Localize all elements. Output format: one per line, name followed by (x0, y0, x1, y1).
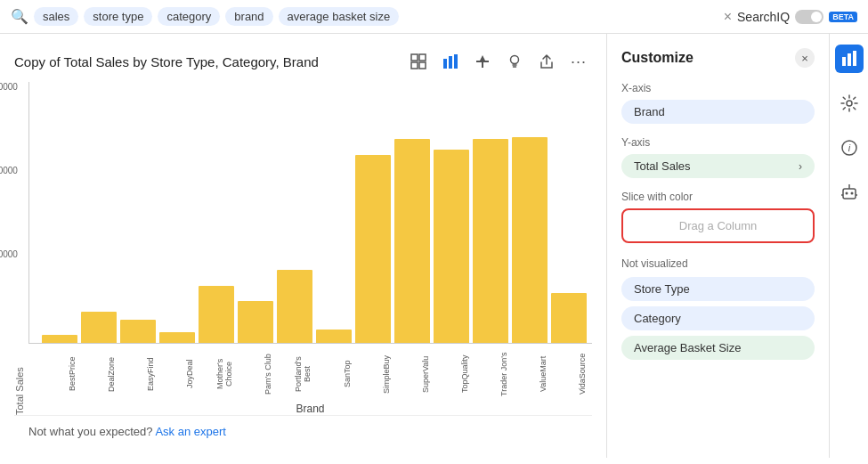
chart-actions: ··· (405, 48, 592, 75)
x-label-bestprice: BestPrice (41, 347, 77, 401)
x-label-joydeal: JoyDeal (158, 347, 194, 401)
lightbulb-button[interactable] (501, 48, 528, 75)
svg-rect-10 (853, 51, 856, 66)
svg-text:i: i (848, 142, 850, 153)
feedback-text: Not what you expected? (28, 425, 152, 438)
y-tick-3: 2500000 (0, 249, 18, 259)
x-label-simplebuy: SimpleBuy (355, 347, 391, 401)
bar-topquality (434, 150, 469, 343)
not-viz-category[interactable]: Category (621, 306, 815, 330)
share-icon (539, 53, 555, 69)
bar-dealzone (81, 312, 117, 343)
bar-simplebuy (355, 155, 391, 343)
search-bar: 🔍 sales store type category brand averag… (0, 0, 868, 34)
not-viz-basket-size[interactable]: Average Basket Size (621, 336, 815, 360)
svg-point-11 (847, 101, 852, 106)
y-axis-value-pill[interactable]: Total Sales › (621, 154, 815, 178)
tag-brand[interactable]: brand (225, 7, 272, 26)
tag-store-type[interactable]: store type (84, 7, 152, 26)
chart-container: Total Sales 7500000 5000000 2500000 0 Be… (14, 82, 592, 415)
bars-group (37, 82, 592, 343)
svg-rect-8 (842, 57, 846, 66)
y-tick-2: 5000000 (0, 166, 18, 175)
svg-point-18 (848, 184, 850, 186)
not-visualized-label: Not visualized (621, 257, 815, 270)
svg-rect-6 (454, 54, 458, 69)
x-axis-title: Brand (28, 403, 592, 415)
main-layout: Copy of Total Sales by Store Type, Categ… (0, 34, 868, 458)
tag-category[interactable]: category (158, 7, 220, 26)
more-icon: ··· (571, 53, 587, 71)
search-clear-button[interactable]: × (724, 9, 732, 25)
x-label-mother-s-choice: Mother's Choice (198, 347, 233, 401)
bar-easyfind (120, 320, 156, 343)
x-label-easyfind: EasyFind (119, 347, 155, 401)
customize-panel: Customize × X-axis Brand Y-axis Total Sa… (606, 34, 829, 458)
y-tick-1: 7500000 (0, 82, 18, 92)
svg-rect-14 (843, 189, 856, 199)
chart-inner: 7500000 5000000 2500000 0 BestPriceDealZ… (28, 82, 592, 415)
bar-pam-s-club (238, 301, 273, 343)
pin-button[interactable] (469, 48, 496, 75)
svg-rect-5 (449, 56, 452, 69)
bar-chart-icon (442, 53, 458, 69)
bar-supervalu (394, 139, 430, 343)
x-label-trader-jon-s: Trader Jon's (473, 347, 508, 401)
chart-area: Copy of Total Sales by Store Type, Categ… (0, 34, 606, 458)
close-customize-button[interactable]: × (795, 48, 815, 68)
settings-gear-icon (840, 94, 858, 112)
x-axis-label: X-axis (621, 82, 815, 94)
x-label-portland-s-best: Portland's Best (276, 347, 312, 401)
info-circle-icon: i (840, 139, 858, 157)
info-panel-icon[interactable]: i (835, 134, 864, 162)
x-label-vidasource: VidaSource (551, 347, 587, 401)
bar-chart-sidebar-icon (840, 50, 858, 68)
svg-point-16 (850, 192, 853, 195)
x-axis-section: X-axis Brand (621, 82, 815, 124)
chart-title: Copy of Total Sales by Store Type, Categ… (14, 54, 319, 69)
feedback-bar: Not what you expected? Ask an expert (14, 415, 592, 447)
y-tick-4: 0 (0, 333, 18, 343)
settings-panel-icon[interactable] (835, 89, 864, 118)
beta-badge: BETA (829, 12, 857, 22)
drag-column-box[interactable]: Drag a Column (621, 208, 815, 243)
x-axis-value-pill[interactable]: Brand (621, 100, 815, 124)
not-visualized-section: Not visualized Store Type Category Avera… (621, 257, 815, 360)
x-label-valuemart: ValueMart (512, 347, 548, 401)
bar-valuemart (512, 137, 548, 343)
share-button[interactable] (533, 48, 560, 75)
pin-icon (475, 53, 491, 69)
x-labels: BestPriceDealZoneEasyFindJoyDealMother's… (36, 344, 592, 401)
search-icon: 🔍 (11, 8, 28, 25)
tag-sales[interactable]: sales (34, 7, 78, 26)
bar-portland-s-best (277, 270, 312, 343)
chart-plot: 7500000 5000000 2500000 0 (28, 82, 592, 344)
more-options-button[interactable]: ··· (565, 48, 592, 75)
svg-point-15 (845, 192, 848, 195)
bar-vidasource (551, 293, 587, 343)
bar-joydeal (159, 332, 195, 343)
table-view-button[interactable] (405, 48, 432, 75)
svg-rect-4 (443, 59, 447, 69)
tag-basket-size[interactable]: average basket size (279, 7, 400, 26)
svg-rect-2 (411, 62, 418, 69)
y-axis-section: Y-axis Total Sales › (621, 136, 815, 178)
searchiq-toggle[interactable] (795, 10, 823, 24)
searchiq-label: SearchIQ BETA (737, 10, 857, 24)
robot-panel-icon[interactable] (835, 178, 864, 207)
chart-panel-icon[interactable] (835, 45, 864, 73)
y-axis-chevron: › (799, 160, 802, 173)
ask-expert-link[interactable]: Ask an expert (155, 425, 226, 438)
bar-chart-button[interactable] (437, 48, 464, 75)
svg-rect-0 (411, 54, 418, 61)
y-axis-ticks: 7500000 5000000 2500000 0 (0, 82, 18, 343)
chart-header: Copy of Total Sales by Store Type, Categ… (14, 48, 592, 75)
customize-header: Customize × (621, 48, 815, 68)
slice-section: Slice with color Drag a Column (621, 191, 815, 243)
x-label-topquality: TopQuality (434, 347, 469, 401)
x-label-supervalu: SuperValu (394, 347, 430, 401)
bar-bestprice (42, 335, 77, 343)
svg-point-7 (511, 56, 519, 64)
x-label-santop: SanTop (316, 347, 352, 401)
not-viz-store-type[interactable]: Store Type (621, 277, 815, 301)
